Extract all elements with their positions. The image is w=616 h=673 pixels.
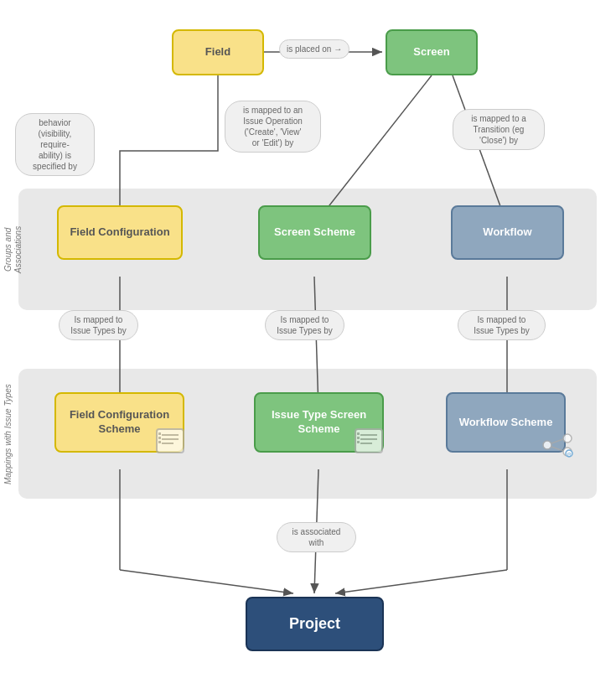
field-configuration-box: Field Configuration [57, 205, 183, 260]
ss-mapped-label: Is mapped toIssue Types by [265, 310, 344, 340]
svg-line-11 [335, 570, 507, 593]
is-associated-label: is associatedwith [277, 522, 356, 552]
svg-point-26 [543, 441, 551, 449]
list-icon-itss [354, 427, 384, 460]
svg-rect-23 [357, 432, 360, 435]
diagram-container: Groups and Associations Mappings with Is… [0, 0, 616, 673]
svg-point-27 [563, 434, 572, 443]
svg-rect-25 [357, 441, 360, 443]
workflow-box: Workflow [451, 205, 564, 260]
svg-rect-24 [357, 437, 360, 439]
field-box: Field [172, 29, 264, 75]
svg-line-29 [551, 439, 563, 443]
mappings-label: Mappings with Issue Types [3, 384, 13, 484]
svg-line-30 [551, 447, 563, 451]
mapped-transition-label: is mapped to aTransition (eg'Close') by [453, 109, 545, 150]
groups-label: Groups and Associations [3, 208, 23, 292]
screen-scheme-box: Screen Scheme [258, 205, 371, 260]
workflow-icon: ⚙ [541, 432, 574, 464]
is-placed-on-label: is placed on → [279, 39, 349, 59]
svg-rect-17 [158, 437, 161, 439]
svg-text:⚙: ⚙ [567, 452, 572, 458]
list-icon-fc [155, 427, 185, 460]
svg-rect-16 [158, 432, 161, 435]
svg-rect-18 [158, 441, 161, 443]
wf-mapped-label: Is mapped toIssue Types by [458, 310, 546, 340]
svg-line-8 [120, 570, 293, 593]
mapped-operation-label: is mapped to anIssue Operation('Create',… [225, 101, 321, 153]
screen-box: Screen [386, 29, 478, 75]
project-box: Project [246, 597, 384, 651]
behavior-label: behavior(visibility, require-ability) is… [15, 113, 95, 176]
fc-mapped-label: Is mapped toIssue Types by [59, 310, 138, 340]
